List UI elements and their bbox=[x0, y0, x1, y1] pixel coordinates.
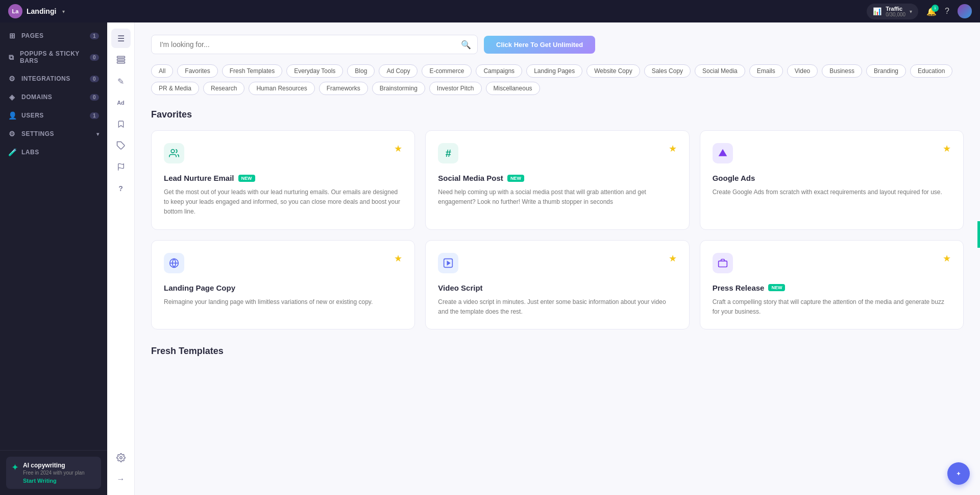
star-icon[interactable]: ★ bbox=[394, 253, 402, 264]
filter-tag-pr-media[interactable]: PR & Media bbox=[151, 82, 199, 95]
sidebar-bottom: ✦ AI copywriting Free in 2024 with your … bbox=[0, 450, 107, 495]
sidebar-item-label: PAGES bbox=[21, 32, 44, 39]
filter-tag-social-media[interactable]: Social Media bbox=[695, 64, 745, 78]
filter-tag-brainstorming[interactable]: Brainstorming bbox=[372, 82, 425, 95]
pages-badge: 1 bbox=[90, 33, 99, 39]
svg-rect-11 bbox=[718, 261, 727, 267]
star-icon[interactable]: ★ bbox=[943, 143, 951, 154]
filter-tag-fresh-templates[interactable]: Fresh Templates bbox=[222, 64, 282, 78]
card-title: Video Script bbox=[438, 284, 676, 292]
filter-tag-all[interactable]: All bbox=[151, 64, 173, 78]
favorites-section-title: Favorites bbox=[151, 109, 964, 120]
bottom-right-button[interactable] bbox=[947, 462, 970, 485]
card-icon bbox=[164, 143, 184, 163]
icon-gear[interactable] bbox=[111, 448, 131, 467]
card-title: Press Release NEW bbox=[713, 284, 951, 292]
sidebar-item-settings[interactable]: ⚙ SETTINGS bbox=[0, 125, 107, 143]
filter-tag-education[interactable]: Education bbox=[910, 64, 952, 78]
ai-banner-link[interactable]: Start Writing bbox=[23, 478, 85, 484]
card-description: Get the most out of your leads with our … bbox=[164, 187, 402, 217]
sidebar-item-label: USERS bbox=[21, 112, 44, 119]
notification-button[interactable]: 🔔 1 bbox=[926, 7, 937, 16]
topbar-left: La Landingi ▾ bbox=[8, 4, 65, 18]
sidebar-item-integrations[interactable]: ⚙ INTEGRATIONS 0 bbox=[0, 69, 107, 88]
icon-ad[interactable]: Ad bbox=[111, 93, 131, 112]
notepad-button[interactable]: Notepad bbox=[977, 221, 981, 248]
help-button[interactable]: ? bbox=[945, 7, 949, 16]
filter-tag-human-resources[interactable]: Human Resources bbox=[249, 82, 314, 95]
star-icon[interactable]: ★ bbox=[669, 253, 677, 264]
card-title: Lead Nurture Email NEW bbox=[164, 174, 402, 182]
new-badge: NEW bbox=[238, 175, 255, 182]
search-input[interactable] bbox=[152, 35, 477, 54]
filter-tag-sales-copy[interactable]: Sales Copy bbox=[644, 64, 691, 78]
icon-edit[interactable]: ✎ bbox=[111, 72, 131, 91]
filter-tag-campaigns[interactable]: Campaigns bbox=[476, 64, 522, 78]
filter-tag-blog[interactable]: Blog bbox=[347, 64, 375, 78]
card-social-media-post[interactable]: # ★ Social Media Post NEW Need help comi… bbox=[425, 130, 689, 230]
icon-help[interactable]: ? bbox=[111, 179, 131, 198]
traffic-info: Traffic 0/30,000 bbox=[886, 6, 905, 17]
card-title: Google Ads bbox=[713, 174, 951, 182]
pages-icon: ⊞ bbox=[8, 32, 16, 40]
sidebar-item-label: POPUPS & STICKY BARS bbox=[20, 50, 85, 64]
popups-badge: 0 bbox=[90, 54, 99, 61]
traffic-icon: 📊 bbox=[873, 7, 881, 15]
sidebar-item-label: SETTINGS bbox=[21, 130, 54, 137]
card-icon bbox=[713, 253, 733, 273]
traffic-label: Traffic bbox=[886, 6, 905, 12]
filter-tag-website-copy[interactable]: Website Copy bbox=[586, 64, 640, 78]
filter-tag-emails[interactable]: Emails bbox=[749, 64, 783, 78]
card-header: # ★ bbox=[438, 143, 676, 163]
filter-tag-miscellaneous[interactable]: Miscellaneous bbox=[486, 82, 540, 95]
integrations-icon: ⚙ bbox=[8, 75, 16, 83]
sidebar-item-pages[interactable]: ⊞ PAGES 1 bbox=[0, 27, 107, 45]
filter-tag-ecommerce[interactable]: E-commerce bbox=[422, 64, 472, 78]
sidebar-item-label: INTEGRATIONS bbox=[21, 75, 70, 82]
sidebar-item-popups[interactable]: ⧉ POPUPS & STICKY BARS 0 bbox=[0, 45, 107, 69]
star-icon[interactable]: ★ bbox=[943, 253, 951, 264]
icon-menu[interactable]: ☰ bbox=[111, 29, 131, 48]
filter-tag-branding[interactable]: Branding bbox=[866, 64, 906, 78]
icon-puzzle[interactable] bbox=[111, 136, 131, 155]
card-google-ads[interactable]: ★ Google Ads Create Google Ads from scra… bbox=[700, 130, 964, 230]
card-description: Create a video script in minutes. Just e… bbox=[438, 297, 676, 317]
star-icon[interactable]: ★ bbox=[669, 143, 677, 154]
traffic-badge[interactable]: 📊 Traffic 0/30,000 ▾ bbox=[867, 4, 918, 19]
filter-tag-frameworks[interactable]: Frameworks bbox=[319, 82, 368, 95]
sidebar-nav: ⊞ PAGES 1 ⧉ POPUPS & STICKY BARS 0 ⚙ INT… bbox=[0, 22, 107, 450]
ai-banner-title: AI copywriting bbox=[23, 462, 85, 469]
icon-flag[interactable] bbox=[111, 157, 131, 177]
card-header: ★ bbox=[713, 253, 951, 273]
sidebar-item-labs[interactable]: 🧪 LABS bbox=[0, 143, 107, 161]
icon-bookmark[interactable] bbox=[111, 114, 131, 134]
filter-tag-everyday-tools[interactable]: Everyday Tools bbox=[286, 64, 343, 78]
filter-tag-ad-copy[interactable]: Ad Copy bbox=[379, 64, 418, 78]
sidebar-item-users[interactable]: 👤 USERS 1 bbox=[0, 106, 107, 125]
labs-icon: 🧪 bbox=[8, 148, 16, 156]
card-video-script[interactable]: ★ Video Script Create a video script in … bbox=[425, 240, 689, 329]
card-press-release[interactable]: ★ Press Release NEW Craft a compelling s… bbox=[700, 240, 964, 329]
filter-tag-favorites[interactable]: Favorites bbox=[177, 64, 217, 78]
filter-tag-landing-pages[interactable]: Landing Pages bbox=[526, 64, 582, 78]
star-icon[interactable]: ★ bbox=[394, 143, 402, 154]
filter-tag-video[interactable]: Video bbox=[787, 64, 818, 78]
get-unlimited-button[interactable]: Click Here To Get Unlimited bbox=[484, 36, 595, 54]
card-icon bbox=[164, 253, 184, 273]
card-landing-page-copy[interactable]: ★ Landing Page Copy Reimagine your landi… bbox=[151, 240, 415, 329]
traffic-chevron-icon: ▾ bbox=[910, 9, 912, 14]
card-lead-nurture[interactable]: ★ Lead Nurture Email NEW Get the most ou… bbox=[151, 130, 415, 230]
filter-tag-business[interactable]: Business bbox=[822, 64, 862, 78]
user-avatar[interactable] bbox=[958, 4, 972, 18]
svg-rect-2 bbox=[117, 62, 125, 63]
search-input-wrap: 🔍 bbox=[151, 35, 478, 54]
filter-tag-investor-pitch[interactable]: Investor Pitch bbox=[429, 82, 482, 95]
icon-logout[interactable]: → bbox=[111, 469, 131, 489]
icon-layers[interactable] bbox=[111, 50, 131, 69]
filter-tag-research[interactable]: Research bbox=[203, 82, 244, 95]
card-description: Create Google Ads from scratch with exac… bbox=[713, 187, 951, 197]
sidebar-item-domains[interactable]: ◈ DOMAINS 0 bbox=[0, 88, 107, 106]
card-title: Landing Page Copy bbox=[164, 284, 402, 292]
app-chevron-icon[interactable]: ▾ bbox=[62, 9, 65, 14]
app-name: Landingi bbox=[27, 7, 56, 15]
